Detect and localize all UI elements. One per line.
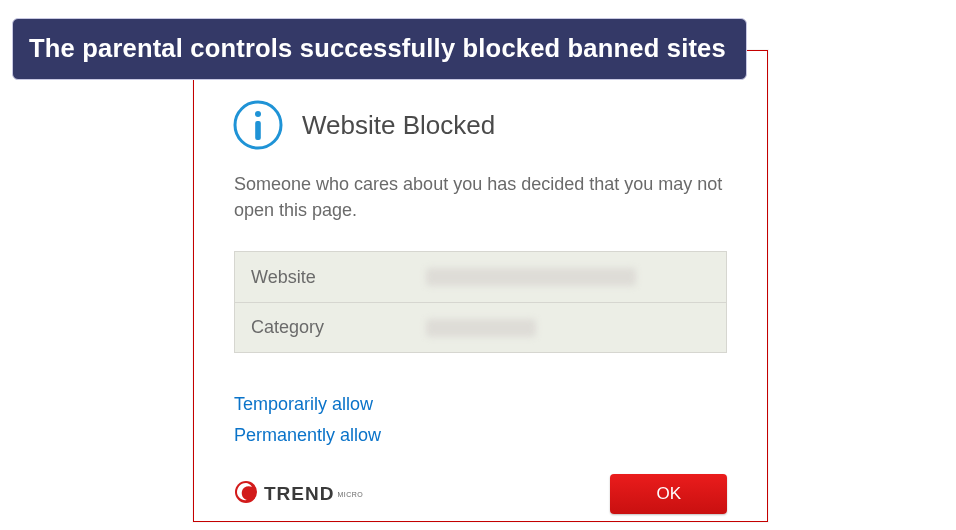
dialog-title: Website Blocked	[302, 110, 495, 141]
row-category: Category	[235, 302, 726, 352]
dialog-footer: TREND MICRO OK	[194, 454, 767, 514]
allow-links: Temporarily allow Permanently allow	[194, 353, 767, 454]
details-table: Website Category	[234, 251, 727, 353]
svg-point-0	[235, 102, 281, 148]
row-website: Website	[235, 252, 726, 302]
ok-button[interactable]: OK	[610, 474, 727, 514]
temporarily-allow-link[interactable]: Temporarily allow	[234, 389, 727, 420]
screenshot-caption: The parental controls successfully block…	[12, 18, 747, 80]
redacted-value	[426, 268, 636, 286]
brand-sub: MICRO	[337, 491, 363, 498]
svg-point-1	[255, 111, 261, 117]
category-label: Category	[251, 317, 426, 338]
dialog-message: Someone who cares about you has decided …	[194, 163, 767, 233]
website-label: Website	[251, 267, 426, 288]
svg-point-3	[235, 481, 257, 503]
category-value	[426, 319, 710, 337]
redacted-value	[426, 319, 536, 337]
brand-name: TREND	[264, 483, 334, 505]
caption-text: The parental controls successfully block…	[29, 34, 726, 62]
trend-swirl-icon	[234, 480, 258, 508]
website-value	[426, 268, 710, 286]
permanently-allow-link[interactable]: Permanently allow	[234, 420, 727, 451]
brand-logo: TREND MICRO	[234, 480, 363, 508]
blocked-dialog: Website Blocked Someone who cares about …	[193, 50, 768, 522]
svg-rect-2	[255, 121, 261, 140]
info-icon	[232, 99, 284, 151]
